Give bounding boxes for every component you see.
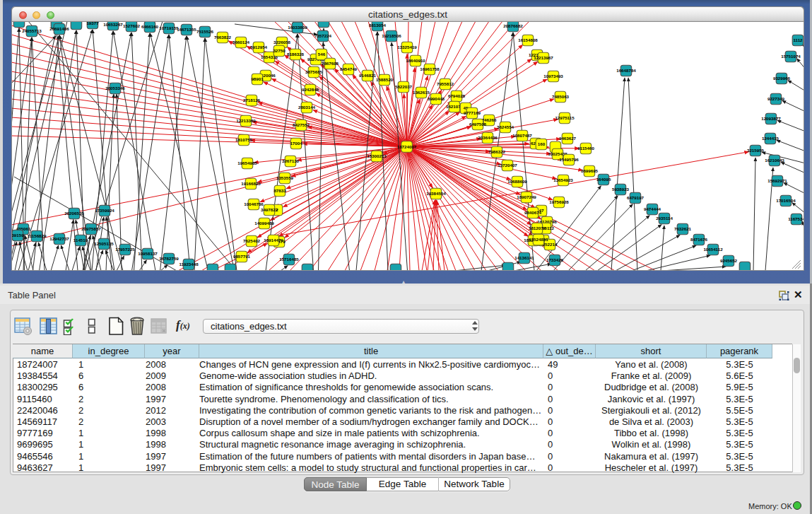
- svg-text:20975857: 20975857: [81, 226, 101, 231]
- svg-text:20876682: 20876682: [503, 23, 523, 28]
- svg-text:17957225: 17957225: [115, 247, 135, 252]
- svg-text:20364436: 20364436: [478, 135, 498, 140]
- svg-text:2867608: 2867608: [322, 61, 339, 66]
- svg-text:18640910: 18640910: [406, 58, 425, 63]
- svg-text:9857791: 9857791: [233, 254, 251, 259]
- svg-text:12975115: 12975115: [555, 115, 575, 120]
- svg-text:16961758: 16961758: [420, 66, 440, 71]
- svg-text:16782759: 16782759: [159, 256, 179, 261]
- svg-text:10719155: 10719155: [159, 25, 179, 30]
- svg-text:15300213: 15300213: [367, 153, 387, 158]
- svg-text:17016504: 17016504: [776, 198, 796, 203]
- svg-text:7515526: 7515526: [196, 29, 214, 34]
- svg-text:10958137: 10958137: [138, 251, 158, 256]
- svg-text:5938923: 5938923: [612, 187, 630, 192]
- svg-text:10807487: 10807487: [512, 133, 532, 138]
- svg-text:1167534: 1167534: [788, 216, 804, 221]
- svg-text:16648784: 16648784: [616, 68, 636, 73]
- svg-text:6497508: 6497508: [469, 122, 487, 127]
- svg-text:17359924: 17359924: [95, 208, 114, 213]
- svg-text:3497822: 3497822: [261, 207, 278, 212]
- svg-text:8427552: 8427552: [293, 122, 310, 127]
- svg-text:5822037: 5822037: [395, 84, 413, 89]
- svg-text:9777169: 9777169: [464, 110, 481, 115]
- svg-text:11923448: 11923448: [179, 262, 199, 267]
- svg-text:9840674: 9840674: [524, 210, 542, 215]
- svg-text:0699695: 0699695: [581, 168, 599, 173]
- svg-text:12213967: 12213967: [534, 55, 553, 60]
- svg-text:10973493: 10973493: [543, 74, 563, 78]
- svg-text:20206535: 20206535: [64, 211, 84, 216]
- svg-text:9463627: 9463627: [559, 136, 577, 141]
- svg-text:14099489: 14099489: [254, 221, 274, 226]
- svg-text:17004: 17004: [290, 141, 302, 146]
- svg-text:2935114: 2935114: [656, 216, 673, 221]
- svg-text:1588520: 1588520: [376, 77, 394, 82]
- svg-text:8454749: 8454749: [340, 66, 358, 71]
- svg-text:1362615: 1362615: [413, 90, 430, 95]
- svg-text:1733426: 1733426: [546, 257, 564, 262]
- svg-text:7625402: 7625402: [243, 238, 261, 243]
- svg-text:10654112: 10654112: [703, 247, 723, 252]
- svg-text:7986322: 7986322: [488, 149, 506, 154]
- svg-text:1812074: 1812074: [529, 226, 546, 230]
- svg-text:19384554: 19384554: [426, 191, 446, 196]
- svg-text:6479197: 6479197: [627, 195, 645, 200]
- svg-text:9329966: 9329966: [773, 76, 791, 81]
- svg-text:12213369: 12213369: [236, 118, 256, 123]
- svg-text:15751074: 15751074: [781, 54, 801, 59]
- svg-text:1112: 1112: [793, 37, 803, 42]
- svg-text:16914479: 16914479: [264, 238, 283, 243]
- svg-text:14136141: 14136141: [514, 255, 534, 260]
- svg-text:8990448: 8990448: [428, 96, 445, 101]
- svg-text:1810755: 1810755: [235, 137, 253, 142]
- svg-text:8471676: 8471676: [690, 237, 708, 242]
- svg-text:87833: 87833: [273, 188, 286, 193]
- svg-text:6466160: 6466160: [141, 24, 159, 29]
- svg-text:9115460: 9115460: [577, 146, 594, 151]
- svg-text:546: 546: [318, 52, 326, 57]
- svg-text:12093877: 12093877: [761, 116, 781, 121]
- svg-text:8912954: 8912954: [250, 45, 268, 49]
- svg-text:12505135: 12505135: [94, 241, 114, 246]
- svg-text:7357224: 7357224: [314, 33, 332, 38]
- svg-text:20691406: 20691406: [49, 26, 69, 31]
- svg-text:19377: 19377: [86, 22, 99, 25]
- svg-text:7955812: 7955812: [437, 81, 454, 86]
- svg-text:7632621: 7632621: [674, 226, 692, 231]
- svg-text:1244415: 1244415: [762, 136, 779, 141]
- svg-text:13325419: 13325419: [397, 45, 417, 49]
- svg-text:15692971: 15692971: [767, 178, 787, 183]
- svg-text:3226058: 3226058: [273, 40, 291, 45]
- svg-text:9227349: 9227349: [767, 96, 785, 101]
- svg-text:10688609: 10688609: [507, 179, 527, 184]
- svg-text:1527602: 1527602: [123, 23, 141, 28]
- svg-text:2803144: 2803144: [298, 105, 316, 110]
- svg-text:32750: 32750: [273, 48, 286, 53]
- svg-text:3267130: 3267130: [282, 158, 300, 163]
- svg-text:13524851: 13524851: [529, 237, 548, 242]
- svg-text:11156829: 11156829: [28, 233, 47, 238]
- svg-text:160: 160: [538, 141, 546, 146]
- svg-text:9474444: 9474444: [644, 206, 661, 211]
- svg-text:39159: 39159: [12, 233, 24, 238]
- svg-text:16033809: 16033809: [288, 25, 307, 30]
- svg-text:24055713: 24055713: [22, 28, 42, 33]
- svg-text:15720407: 15720407: [498, 163, 517, 168]
- svg-text:164095: 164095: [596, 177, 611, 182]
- svg-text:8660124: 8660124: [233, 40, 250, 45]
- svg-text:10653267: 10653267: [103, 22, 123, 27]
- svg-text:3624554: 3624554: [497, 124, 514, 129]
- svg-text:13654923: 13654923: [553, 177, 573, 182]
- svg-text:18907249: 18907249: [517, 194, 536, 199]
- svg-text:10046786: 10046786: [244, 201, 264, 206]
- svg-text:3875685: 3875685: [305, 69, 323, 74]
- svg-text:2718126: 2718126: [243, 98, 261, 103]
- svg-text:16154808: 16154808: [518, 37, 538, 42]
- svg-text:15716485: 15716485: [279, 257, 299, 262]
- svg-text:12942737: 12942737: [49, 236, 69, 241]
- svg-text:114519: 114519: [73, 238, 88, 243]
- svg-text:8186328: 8186328: [287, 52, 305, 57]
- svg-text:19166825: 19166825: [241, 181, 261, 186]
- svg-text:9245652: 9245652: [720, 258, 738, 263]
